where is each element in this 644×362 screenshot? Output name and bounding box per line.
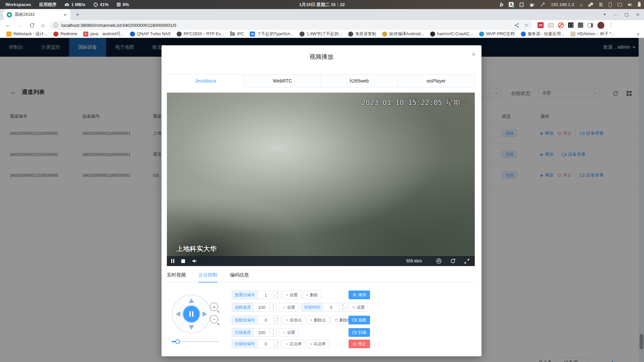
applications-button[interactable]: 应用程序 xyxy=(39,2,56,8)
coffee-tray-icon[interactable] xyxy=(530,2,535,7)
right-boundary-button[interactable]: »右边界 xyxy=(307,340,329,348)
tab-jessibuca[interactable]: Jessibuca xyxy=(167,74,244,88)
site-info-icon[interactable]: i xyxy=(53,23,58,28)
stop-button[interactable] xyxy=(181,259,185,263)
memory-indicator[interactable]: 8% xyxy=(117,2,129,7)
network-indicator[interactable]: 1 MB/s xyxy=(64,2,85,7)
pause-button[interactable] xyxy=(171,259,174,263)
url-text[interactable]: localhost:38080/#/channelList/3402000000… xyxy=(61,23,511,28)
profile-avatar[interactable] xyxy=(597,22,604,29)
stepper-down-icon[interactable]: ∨ xyxy=(274,295,281,299)
back-button[interactable]: ← xyxy=(5,22,11,28)
preset-delete-button[interactable]: ⌖删除 xyxy=(303,291,321,299)
stepper-up-icon[interactable]: ∧ xyxy=(339,303,346,308)
tab-webrtc[interactable]: WebRTC xyxy=(244,74,321,88)
dialog-close-icon[interactable]: × xyxy=(472,51,475,58)
home-tray-icon[interactable]: ⌂ xyxy=(580,2,583,7)
bookmark-csdn[interactable]: Cjava、android可... xyxy=(81,31,126,37)
cruise-speed-input[interactable]: 巡航速度 100 ∧∨ xyxy=(232,303,277,312)
zoom-out-button[interactable]: − xyxy=(210,315,218,323)
fullscreen-button[interactable] xyxy=(464,259,469,264)
stepper-up-icon[interactable]: ∧ xyxy=(270,328,277,333)
cruise-button[interactable]: 巡航 xyxy=(349,316,370,324)
tab-h265web[interactable]: h265web xyxy=(321,74,398,88)
bing-tray-icon[interactable]: b xyxy=(499,2,503,8)
adblock-extension-icon[interactable] xyxy=(558,22,564,28)
reader-extension-icon[interactable] xyxy=(548,23,554,28)
bookmark-hdatmos[interactable]: HDAtmos :: 种子 *... xyxy=(568,31,617,37)
workspaces-button[interactable]: Workspaces xyxy=(5,2,31,7)
stepper-down-icon[interactable]: ∨ xyxy=(339,308,346,312)
window-minimize-button[interactable]: – xyxy=(614,12,616,17)
stepper-up-icon[interactable]: ∧ xyxy=(274,291,281,295)
bookmark-folder-ipc[interactable]: IPC xyxy=(228,31,246,37)
bookmark-wvp-docs[interactable]: WVP-PRO文档 xyxy=(477,31,517,37)
display-tray-icon[interactable] xyxy=(617,3,622,6)
phone-tray-icon[interactable] xyxy=(609,2,612,7)
bookmarks-overflow-icon[interactable]: » xyxy=(637,31,639,37)
scan-speed-input[interactable]: 扫描速度 100 ∧∨ xyxy=(232,328,277,337)
ip-address[interactable]: 192.168.1.3 xyxy=(551,2,574,7)
window-close-button[interactable]: × xyxy=(636,12,639,18)
ptz-stop-button[interactable]: 停止 xyxy=(349,340,370,348)
notes-app-tray-icon[interactable]: A xyxy=(509,2,514,7)
preset-value[interactable]: 1 xyxy=(258,291,274,299)
screenshot-extension-icon[interactable] xyxy=(568,22,573,28)
clock[interactable]: 1月10日 星期二 15：22 xyxy=(299,2,345,8)
browser-tab[interactable]: 国标28181 × xyxy=(3,9,71,20)
slider-handle[interactable] xyxy=(175,339,180,344)
stepper-up-icon[interactable]: ∧ xyxy=(274,340,281,344)
bookmark-redmine[interactable]: Redmine xyxy=(51,31,80,37)
bookmark-18w[interactable]: 1.8W字|了不起的... xyxy=(297,31,344,37)
share-icon[interactable] xyxy=(514,23,519,28)
browser-menu-icon[interactable]: ⋮ xyxy=(608,22,613,28)
stay-time-set-button[interactable]: ◷设置 xyxy=(349,303,368,312)
volume-tray-icon[interactable] xyxy=(628,3,632,7)
tab-ptz-control[interactable]: 云台控制 xyxy=(198,272,217,282)
scan-speed-value[interactable]: 100 xyxy=(254,328,270,337)
ptz-direction-pad[interactable] xyxy=(171,294,212,334)
js-extension-icon[interactable]: JS xyxy=(538,22,544,28)
stay-time-input[interactable]: 停留时间 5 ∧∨ xyxy=(301,303,347,312)
bookmark-github-crash[interactable]: hairrrrr/C-CrashC... xyxy=(428,31,475,37)
color-picker-tray-icon[interactable] xyxy=(540,2,545,7)
home-button[interactable]: ⌂ xyxy=(41,22,45,28)
video-player[interactable]: 2023-01-10 15:22:05 星期二 上地科实大华 555 kb/s xyxy=(167,93,475,266)
cruise-speed-value[interactable]: 100 xyxy=(254,303,270,311)
delete-point-button[interactable]: ⌖删除点 xyxy=(307,316,329,324)
stepper-down-icon[interactable]: ∨ xyxy=(270,308,277,312)
new-tab-button[interactable]: + xyxy=(73,10,82,19)
preset-set-button[interactable]: ⌖设置 xyxy=(283,291,301,299)
window-maximize-button[interactable] xyxy=(625,13,628,16)
battery-tray-icon[interactable] xyxy=(638,2,641,7)
stepper-up-icon[interactable]: ∧ xyxy=(270,303,277,308)
reload-button[interactable] xyxy=(30,23,35,28)
bookmark-zhihu-typescript[interactable]: 知了不起的TypeScri... xyxy=(247,31,296,37)
cruise-group-value[interactable]: 0 xyxy=(258,316,274,324)
scan-button[interactable]: 扫描 xyxy=(349,328,370,337)
ptz-center-button[interactable] xyxy=(183,305,200,323)
address-bar[interactable]: i localhost:38080/#/channelList/34020000… xyxy=(49,20,533,30)
tab-close-icon[interactable]: × xyxy=(63,12,67,17)
bookmark-rfc2833[interactable]: RFC2833 – RTP Ev... xyxy=(174,31,226,37)
snapshot-shutter-button[interactable] xyxy=(436,258,442,264)
bookmark-star-icon[interactable]: ☆ xyxy=(524,22,528,28)
scan-speed-set-button[interactable]: ☼设置 xyxy=(279,328,298,337)
scan-group-input[interactable]: 扫描组编号 0 ∧∨ xyxy=(232,340,281,348)
bookmark-qnap[interactable]: QNAP Turbo NAS xyxy=(128,31,173,37)
bookmark-webstack[interactable]: Webstack - 设计... xyxy=(4,31,50,37)
side-panel-icon[interactable] xyxy=(588,23,593,28)
add-point-button[interactable]: ⌖添加点 xyxy=(283,316,305,324)
tab-search-icon[interactable] xyxy=(603,14,606,15)
tab-wsplayer[interactable]: wsPlayer xyxy=(398,74,475,88)
bookmark-server[interactable]: 服务器 - 轻量应用... xyxy=(518,31,567,37)
windows-tray-icon[interactable] xyxy=(588,3,593,7)
preset-number-input[interactable]: 预置位编号 1 ∧∨ xyxy=(232,291,281,299)
stepper-down-icon[interactable]: ∨ xyxy=(274,320,281,324)
forward-button[interactable]: → xyxy=(17,22,23,28)
stay-time-value[interactable]: 5 xyxy=(323,303,339,311)
left-boundary-button[interactable]: «左边界 xyxy=(283,340,305,348)
extensions-puzzle-icon[interactable] xyxy=(578,22,583,28)
scan-group-value[interactable]: 0 xyxy=(258,340,274,348)
stepper-up-icon[interactable]: ∧ xyxy=(274,316,281,320)
